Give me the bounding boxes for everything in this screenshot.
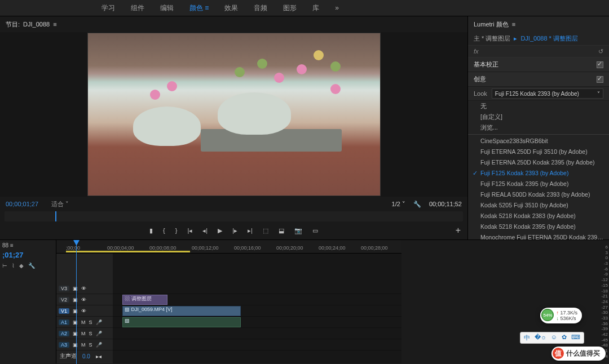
- settings-icon[interactable]: 🔧: [28, 263, 35, 269]
- snap-icon[interactable]: ⊢: [2, 263, 7, 269]
- ruler-tick: ;00;00: [66, 245, 80, 251]
- ruler-tick: 00;00;28;00: [361, 245, 388, 251]
- tab-graphics[interactable]: 图形: [283, 3, 297, 13]
- lumetri-panel-title: Lumetri 颜色: [474, 20, 509, 29]
- look-item[interactable]: Kodak 5218 Kodak 2383 (by Adobe): [468, 211, 609, 221]
- duration-timecode: 00;00;11;52: [429, 201, 462, 207]
- creative-enable-checkbox[interactable]: [597, 76, 603, 83]
- marker-icon[interactable]: ◆: [19, 263, 24, 269]
- extract-icon[interactable]: ⬓: [279, 227, 284, 234]
- look-item[interactable]: Fuji F125 Kodak 2393 (by Adobe): [468, 168, 609, 179]
- section-creative-label: 创意: [474, 75, 486, 83]
- timeline-source-pane: 88 ≡ ;01;27 ⊢ ⌇ ◆ 🔧: [0, 240, 56, 363]
- playhead[interactable]: [76, 240, 77, 364]
- look-item[interactable]: CineSpace2383sRGB6bit: [468, 134, 609, 147]
- program-video-canvas[interactable]: [87, 33, 381, 196]
- sequence-tab[interactable]: 88: [2, 242, 8, 248]
- look-selected-value: Fuji F125 Kodak 2393 (by Adobe): [495, 91, 579, 97]
- track-header-a2[interactable]: A2▣MS🎤: [56, 328, 113, 339]
- tab-color[interactable]: 颜色 ≡: [189, 3, 209, 13]
- breadcrumb-clip[interactable]: DJI_0088 * 调整图层: [520, 34, 577, 43]
- look-item[interactable]: 无: [468, 101, 609, 112]
- workspace-tab-bar: 学习 组件 编辑 颜色 ≡ 效果 音频 图形 库 »: [0, 0, 609, 16]
- timeline-timecode[interactable]: ;01;27: [2, 251, 54, 259]
- mark-out-icon[interactable]: }: [175, 227, 178, 234]
- audio-meter-panel: 630-3-6-9-12-15-18-21-24-27-30-33-36-39-…: [401, 240, 609, 363]
- section-creative[interactable]: 创意: [468, 72, 609, 87]
- track-headers: V3▣👁 V2▣👁 V1▣👁 A1▣MS🎤 A2▣MS🎤 A3▣MS🎤 主声道0…: [56, 254, 113, 363]
- look-item[interactable]: Fuji REALA 500D Kodak 2393 (by Adobe): [468, 189, 609, 200]
- playback-resolution[interactable]: 1/2 ˅: [392, 201, 405, 208]
- mark-in-icon[interactable]: {: [163, 227, 165, 234]
- time-ruler[interactable]: ;00;00 00;00;04;00 00;00;08;00 00;00;12;…: [56, 240, 401, 254]
- reset-icon[interactable]: ↺: [598, 48, 603, 55]
- lift-icon[interactable]: ⬚: [263, 227, 268, 234]
- play-icon[interactable]: ▶: [218, 227, 222, 234]
- zoom-fit-dropdown[interactable]: 适合 ˅: [51, 201, 69, 207]
- button-editor-icon[interactable]: +: [456, 225, 461, 236]
- program-monitor: 节目: DJI_0088 ≡ 00;00;01;27 适合 ˅: [0, 16, 468, 239]
- smzdm-watermark: 什么值得买: [551, 347, 606, 361]
- tab-assembly[interactable]: 组件: [131, 3, 144, 13]
- step-back-icon[interactable]: ◂|: [202, 227, 208, 234]
- track-header-v1[interactable]: V1▣👁: [56, 305, 113, 317]
- current-timecode[interactable]: 00;00;01;27: [6, 201, 38, 207]
- scrub-playhead[interactable]: [55, 211, 56, 221]
- meter-scale: 630-3-6-9-12-15-18-21-24-27-30-33-36-39-…: [592, 245, 608, 359]
- panel-menu-icon[interactable]: ≡: [53, 21, 56, 28]
- look-item[interactable]: Kodak 5205 Fuji 3510 (by Adobe): [468, 200, 609, 211]
- master-track[interactable]: 主声道0.0▸◂: [56, 350, 113, 362]
- network-speed-overlay: ↑ 17.3K/s ↓ 536K/s: [540, 308, 582, 323]
- fx-badge[interactable]: fx: [474, 48, 479, 55]
- ruler-tick: 00;00;16;00: [234, 245, 261, 251]
- look-dropdown[interactable]: Fuji F125 Kodak 2393 (by Adobe)˅: [492, 88, 603, 99]
- look-item[interactable]: Fuji ETERNA 250D Fuji 3510 (by Adobe): [468, 147, 609, 157]
- program-scrub-bar[interactable]: [5, 211, 463, 221]
- go-to-in-icon[interactable]: |◂: [187, 227, 192, 234]
- look-item[interactable]: 浏览...: [468, 122, 609, 133]
- look-item[interactable]: Fuji F125 Kodak 2395 (by Adobe): [468, 179, 609, 189]
- track-header-v2[interactable]: V2▣👁: [56, 294, 113, 305]
- step-forward-icon[interactable]: |▸: [232, 227, 237, 234]
- tab-overflow[interactable]: »: [335, 4, 339, 12]
- breadcrumb-master[interactable]: 主 * 调整图层: [474, 34, 510, 43]
- transport-bar: ▮ { } |◂ ◂| ▶ |▸ ▸| ⬚ ⬓ 📷 ▭ +: [0, 221, 467, 239]
- ruler-tick: 00;00;08;00: [149, 245, 176, 251]
- track-header-a3[interactable]: A3▣MS🎤: [56, 339, 113, 350]
- look-preset-list[interactable]: 无[自定义]浏览...CineSpace2383sRGB6bitFuji ETE…: [468, 101, 609, 239]
- look-item[interactable]: Monochrome Fuji ETERNA 250D Kodak 2395 (…: [468, 232, 609, 239]
- tab-effects[interactable]: 效果: [224, 3, 238, 13]
- look-label: Look: [474, 90, 487, 97]
- tab-library[interactable]: 库: [312, 3, 319, 13]
- look-item[interactable]: [自定义]: [468, 112, 609, 122]
- work-area-bar[interactable]: [66, 251, 190, 252]
- track-header-a1[interactable]: A1▣MS🎤: [56, 317, 113, 328]
- look-item[interactable]: Kodak 5218 Kodak 2395 (by Adobe): [468, 221, 609, 232]
- ruler-tick: 00;00;20;00: [276, 245, 303, 251]
- tab-audio[interactable]: 音频: [254, 3, 267, 13]
- section-basic-correction[interactable]: 基本校正: [468, 57, 609, 72]
- ruler-tick: 00;00;04;00: [107, 245, 134, 251]
- panel-menu-icon[interactable]: ≡: [512, 21, 515, 28]
- add-marker-icon[interactable]: ▮: [149, 227, 153, 234]
- look-item[interactable]: Fuji ETERNA 250D Kodak 2395 (by Adobe): [468, 157, 609, 168]
- tab-edit[interactable]: 编辑: [160, 3, 174, 13]
- linked-selection-icon[interactable]: ⌇: [12, 263, 15, 269]
- ruler-tick: 00;00;24;00: [319, 245, 346, 251]
- audio-clip[interactable]: ▧: [122, 317, 241, 327]
- export-frame-icon[interactable]: 📷: [294, 227, 302, 234]
- video-clip[interactable]: ▧ DJI_0059.MP4 [V]: [122, 306, 241, 316]
- ime-toolbar-overlay[interactable]: 中�☼☺✿⌨: [520, 332, 584, 344]
- wrench-icon[interactable]: 🔧: [413, 201, 421, 208]
- ruler-tick: 00;00;12;00: [192, 245, 219, 251]
- comparison-view-icon[interactable]: ▭: [312, 227, 318, 234]
- tab-learn[interactable]: 学习: [102, 3, 115, 13]
- program-title-prefix: 节目:: [6, 20, 20, 29]
- adjustment-layer-clip[interactable]: ▧ 调整图层: [122, 295, 167, 305]
- timeline-clips-area[interactable]: ▧ 调整图层 ▧ DJI_0059.MP4 [V] ▧: [113, 254, 401, 363]
- chevron-down-icon: ˅: [597, 91, 600, 97]
- basic-enable-checkbox[interactable]: [597, 61, 603, 68]
- timeline-panel: ;00;00 00;00;04;00 00;00;08;00 00;00;12;…: [56, 240, 401, 363]
- go-to-out-icon[interactable]: ▸|: [248, 227, 253, 234]
- track-header-v3[interactable]: V3▣👁: [56, 283, 113, 294]
